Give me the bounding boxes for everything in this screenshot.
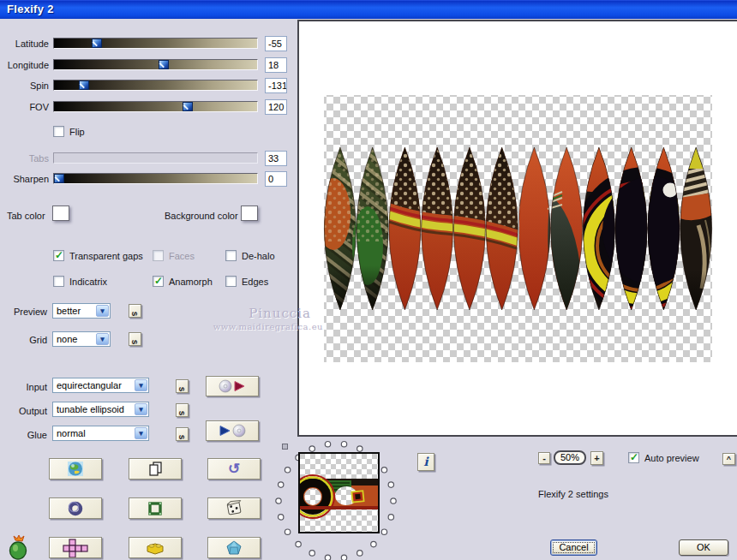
- zoom-out-button[interactable]: -: [538, 452, 550, 464]
- cancel-button[interactable]: Cancel: [550, 539, 597, 556]
- chevron-down-icon[interactable]: [135, 379, 147, 391]
- lego-button[interactable]: [129, 537, 182, 558]
- zoom-in-button[interactable]: +: [590, 451, 603, 465]
- disc-save-icon: [218, 379, 247, 393]
- glue-select[interactable]: normal: [52, 426, 149, 441]
- flaming-pear-logo: [7, 535, 31, 560]
- flip-label: Flip: [69, 127, 85, 137]
- collapse-button[interactable]: ^: [722, 453, 735, 465]
- fov-slider-thumb[interactable]: [183, 102, 193, 111]
- grid-select[interactable]: none: [52, 331, 111, 347]
- torus-icon: [67, 501, 84, 516]
- info-icon: i: [418, 454, 434, 469]
- glue-select-label: Glue: [0, 430, 47, 440]
- latitude-slider[interactable]: [53, 38, 258, 49]
- save-settings-button[interactable]: [206, 376, 259, 396]
- input-s-button[interactable]: s: [176, 379, 189, 393]
- output-s-button[interactable]: s: [176, 403, 189, 417]
- globe-icon: [66, 462, 85, 476]
- preview-s-button[interactable]: s: [129, 304, 141, 318]
- disc-load-icon: [218, 424, 247, 438]
- chevron-down-icon[interactable]: [96, 333, 109, 345]
- random-button[interactable]: [207, 497, 261, 519]
- edges-label: Edges: [242, 277, 268, 287]
- preview-select[interactable]: better: [52, 303, 111, 319]
- glue-s-button[interactable]: s: [176, 427, 189, 441]
- tab-color-label: Tab color: [7, 211, 45, 221]
- load-settings-button[interactable]: [206, 420, 259, 441]
- sharpen-label: Sharpen: [0, 174, 49, 184]
- preview-select-label: Preview: [0, 307, 47, 317]
- transparent-gaps-checkbox[interactable]: [53, 250, 64, 261]
- dehalo-label: De-halo: [242, 251, 275, 261]
- sharpen-slider-thumb[interactable]: [54, 174, 64, 183]
- faces-label: Faces: [169, 251, 195, 261]
- tabs-slider: [53, 152, 258, 164]
- auto-preview-checkbox[interactable]: [628, 452, 639, 463]
- input-select[interactable]: equirectangular: [52, 378, 149, 393]
- watermark-line1: Pinuccia: [176, 306, 311, 321]
- undo-button[interactable]: ↺: [207, 458, 261, 480]
- cube-net-button[interactable]: [49, 537, 102, 558]
- cube-net-cross-icon: [63, 539, 88, 557]
- spin-value[interactable]: [265, 78, 287, 93]
- title-bar[interactable]: Flexify 2: [0, 0, 737, 19]
- grid-select-label: Grid: [0, 335, 47, 345]
- auto-preview-label: Auto preview: [644, 453, 699, 463]
- render-preview-panel[interactable]: [297, 20, 737, 437]
- fov-slider[interactable]: [53, 101, 258, 112]
- ok-button[interactable]: OK: [679, 539, 728, 556]
- indicatrix-checkbox[interactable]: [53, 276, 64, 287]
- sharpen-slider[interactable]: [53, 173, 258, 184]
- zoom-level: 50%: [554, 450, 586, 465]
- anamorph-checkbox[interactable]: [153, 276, 164, 287]
- info-button[interactable]: i: [417, 453, 434, 471]
- output-select-label: Output: [0, 406, 47, 416]
- spin-slider[interactable]: [53, 80, 258, 91]
- fov-label: FOV: [0, 102, 49, 112]
- render-preview-image: [299, 21, 737, 435]
- tabs-label: Tabs: [0, 153, 49, 164]
- chevron-down-icon[interactable]: [135, 403, 147, 415]
- chevron-down-icon[interactable]: [135, 427, 147, 439]
- background-color-swatch[interactable]: [241, 206, 258, 221]
- globe-button[interactable]: [49, 458, 102, 480]
- longitude-value[interactable]: [265, 57, 287, 73]
- edges-checkbox[interactable]: [225, 276, 237, 287]
- chevron-down-icon[interactable]: [96, 305, 109, 317]
- polyhedron-button[interactable]: [207, 537, 261, 558]
- fov-value[interactable]: [265, 99, 287, 115]
- indicatrix-label: Indicatrix: [69, 277, 107, 287]
- dice-icon: [225, 500, 243, 516]
- watermark: Pinuccia www.maidiregrafica.eu: [176, 306, 323, 331]
- output-select[interactable]: tunable ellipsoid: [52, 402, 149, 417]
- latitude-label: Latitude: [0, 39, 49, 49]
- sharpen-value[interactable]: [265, 171, 287, 187]
- longitude-slider[interactable]: [53, 59, 258, 70]
- tabs-value[interactable]: [265, 151, 287, 166]
- longitude-label: Longitude: [0, 60, 49, 70]
- copy-button[interactable]: [129, 458, 182, 480]
- flip-checkbox[interactable]: [53, 126, 64, 137]
- transparent-gaps-label: Transparent gaps: [69, 251, 143, 261]
- frame-button[interactable]: [129, 497, 182, 519]
- flexify2-dialog: { "window": { "title": "Flexify 2" }, "c…: [0, 0, 737, 560]
- dehalo-checkbox[interactable]: [225, 250, 237, 261]
- window-title: Flexify 2: [7, 3, 54, 15]
- settings-status-text: Flexify 2 settings: [538, 489, 608, 499]
- tab-color-swatch[interactable]: [52, 206, 69, 221]
- dial-handle[interactable]: [282, 444, 288, 450]
- pan-thumbnail[interactable]: [298, 452, 380, 533]
- longitude-slider-thumb[interactable]: [159, 60, 169, 69]
- input-select-label: Input: [0, 382, 47, 392]
- undo-arrow-icon: ↺: [228, 462, 240, 477]
- grid-s-button[interactable]: s: [129, 332, 141, 346]
- spin-slider-thumb[interactable]: [79, 80, 89, 90]
- polyhedron-icon: [225, 540, 243, 556]
- torus-button[interactable]: [49, 497, 102, 519]
- latitude-value[interactable]: [265, 36, 287, 51]
- lego-brick-icon: [145, 540, 165, 556]
- latitude-slider-thumb[interactable]: [92, 39, 102, 48]
- copy-pages-icon: [147, 462, 164, 477]
- background-color-label: Background color: [165, 211, 238, 221]
